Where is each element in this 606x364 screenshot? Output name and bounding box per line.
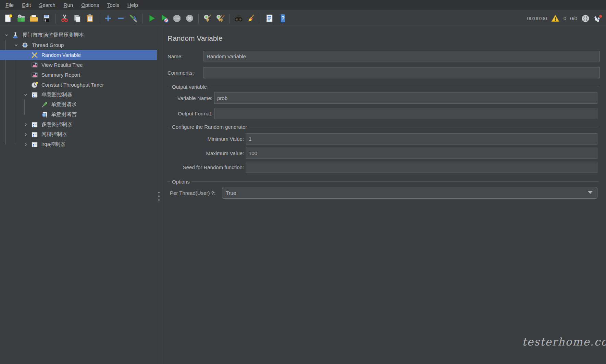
template-icon	[16, 14, 26, 23]
save-button[interactable]	[41, 13, 52, 24]
timer-clock-icon	[30, 81, 39, 88]
test-plan-icon	[11, 32, 20, 39]
add-button[interactable]	[102, 13, 113, 24]
group-title: Options	[170, 179, 191, 185]
tree-item-label: 多意图控制器	[41, 121, 72, 128]
chevron-spacer	[30, 112, 40, 117]
log-warning-icon[interactable]	[551, 14, 560, 23]
chevron-down-icon[interactable]	[11, 42, 21, 48]
options-group: Options	[168, 179, 599, 184]
tree-item-7[interactable]: 单意图请求	[0, 100, 157, 110]
shutdown-button[interactable]	[184, 13, 195, 24]
name-input[interactable]	[203, 51, 600, 62]
menu-bar: File Edit Search Run Options Tools Help	[0, 0, 606, 10]
cut-button[interactable]	[59, 13, 70, 24]
tree-item-0[interactable]: 厦门市市场监督局压测脚本	[0, 30, 157, 40]
stop-icon: STOP	[172, 14, 182, 23]
local-threads-icon	[581, 14, 590, 23]
function-helper-button[interactable]	[264, 13, 275, 24]
elapsed-time: 00:00:00	[527, 15, 547, 21]
start-button[interactable]	[146, 13, 157, 24]
tree-item-label: 单意图控制器	[41, 91, 72, 98]
tree-item-11[interactable]: irqa控制器	[0, 139, 157, 149]
toolbar-separator	[260, 13, 260, 24]
log-warning-count: 0	[564, 15, 566, 21]
remove-button[interactable]	[115, 13, 126, 24]
menu-help[interactable]: Help	[123, 0, 142, 10]
remote-threads-icon	[594, 14, 603, 23]
svg-text:STOP: STOP	[174, 17, 180, 20]
clear-button[interactable]	[202, 13, 213, 24]
start-no-timers-button[interactable]	[159, 13, 170, 24]
panel-splitter[interactable]	[158, 192, 160, 201]
menu-run[interactable]: Run	[60, 0, 77, 10]
shutdown-icon	[185, 14, 194, 23]
watermark: testerhome.com	[522, 336, 606, 348]
start-no-timers-icon	[160, 14, 169, 23]
clear-all-button[interactable]	[215, 13, 226, 24]
tree-item-3[interactable]: View Results Tree	[0, 60, 157, 70]
variable-name-label: Variable Name:	[168, 95, 212, 101]
clear-search-button[interactable]	[246, 13, 257, 24]
menu-edit[interactable]: Edit	[18, 0, 35, 10]
chevron-down-icon[interactable]	[21, 92, 30, 98]
sampler-icon	[40, 101, 48, 108]
toolbar-separator	[198, 13, 199, 24]
menu-tools[interactable]: Tools	[103, 0, 123, 10]
results-chart-icon	[30, 62, 39, 68]
help-button[interactable]: ?	[276, 13, 287, 24]
chevron-spacer	[30, 102, 40, 108]
minimum-value-input[interactable]	[246, 133, 597, 145]
replace-icon	[129, 14, 138, 23]
output-format-input[interactable]	[214, 108, 597, 119]
copy-button[interactable]	[72, 13, 83, 24]
tree-item-4[interactable]: Summary Report	[0, 70, 157, 80]
tree-item-8[interactable]: 单意图断言	[0, 110, 157, 120]
toolbar: STOP? 00:00:00 0 0/0	[0, 11, 606, 26]
tree-item-6[interactable]: 单意图控制器	[0, 90, 157, 100]
function-helper-icon	[265, 14, 274, 23]
menu-file[interactable]: File	[1, 0, 18, 10]
template-button[interactable]	[15, 13, 26, 24]
tree-item-10[interactable]: 闲聊控制器	[0, 129, 157, 139]
svg-text:?: ?	[281, 15, 285, 21]
tree-item-random-variable[interactable]: Random Variable	[0, 50, 157, 60]
toolbar-status: 00:00:00 0 0/0	[527, 14, 606, 23]
tree-item-1[interactable]: Thread Group	[0, 40, 157, 50]
group-title: Output variable	[170, 84, 209, 90]
toolbar-separator	[55, 13, 55, 24]
tree-item-9[interactable]: 多意图控制器	[0, 120, 157, 129]
per-thread-select[interactable]: True	[222, 187, 597, 199]
chevron-down-icon[interactable]	[2, 33, 11, 38]
replace-button[interactable]	[128, 13, 139, 24]
toolbar-separator	[99, 13, 99, 24]
tree-item-label: 单意图请求	[51, 101, 77, 108]
stop-button[interactable]: STOP	[171, 13, 182, 24]
tree-item-label: View Results Tree	[41, 62, 83, 68]
seed-input[interactable]	[246, 162, 597, 173]
clear-search-icon	[247, 14, 256, 23]
open-button[interactable]	[28, 13, 39, 24]
search-button[interactable]	[233, 13, 244, 24]
toolbar-separator	[229, 13, 230, 24]
group-title: Configure the Random generator	[170, 124, 249, 130]
chevron-right-icon[interactable]	[21, 132, 30, 137]
tree-item-5[interactable]: Constant Throughput Timer	[0, 80, 157, 90]
controller-icon	[30, 141, 39, 148]
menu-options[interactable]: Options	[77, 0, 103, 10]
tree-item-label: 闲聊控制器	[41, 131, 67, 138]
chevron-right-icon[interactable]	[21, 122, 30, 127]
name-label: Name:	[168, 53, 183, 59]
new-button[interactable]	[3, 13, 14, 24]
maximum-value-input[interactable]	[246, 148, 597, 159]
per-thread-label: Per Thread(User) ?:	[170, 190, 215, 196]
paste-button[interactable]	[84, 13, 95, 24]
toolbar-buttons: STOP?	[3, 13, 287, 24]
menu-search[interactable]: Search	[35, 0, 60, 10]
results-chart-icon	[30, 72, 39, 78]
controller-icon	[30, 131, 39, 138]
comments-input[interactable]	[203, 67, 600, 78]
thread-group-icon	[21, 42, 29, 49]
chevron-right-icon[interactable]	[21, 142, 30, 147]
variable-name-input[interactable]	[214, 92, 597, 104]
